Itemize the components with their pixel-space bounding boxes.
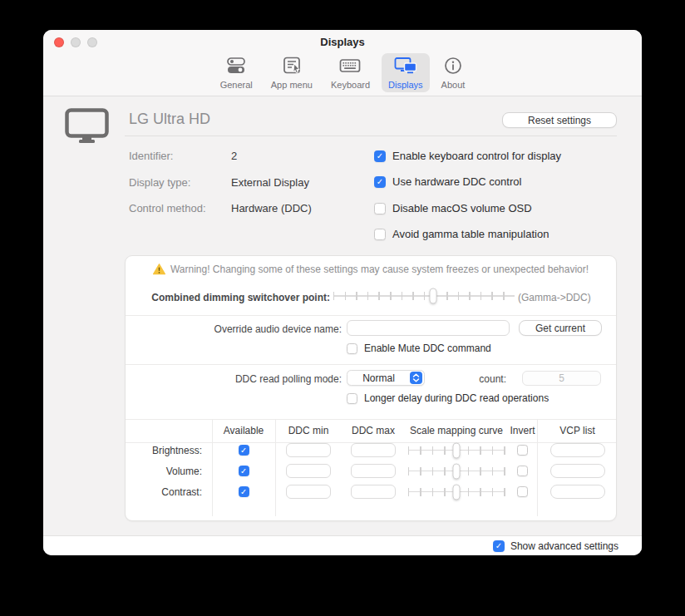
tab-app-menu-label: App menu [271,80,313,90]
slider-knob[interactable] [429,288,436,304]
display-name: LG Ultra HD [129,111,210,128]
vcp-list-cell [537,481,618,502]
audio-name-input[interactable] [347,320,510,336]
scale-curve-cell [405,481,508,502]
reset-settings-button[interactable]: Reset settings [502,112,617,128]
window-chrome: Displays General [43,30,642,96]
warning-text: Warning! Changing some of these settings… [170,264,589,275]
checkbox-label: Enable keyboard control for display [392,150,561,162]
tab-general[interactable]: General [214,53,259,92]
ddc-min-input[interactable] [286,443,331,457]
advanced-settings-panel: Warning! Changing some of these settings… [125,255,617,521]
mute-ddc-option: Enable Mute DDC command [347,342,491,354]
tab-displays-label: Displays [388,80,423,90]
vcp-list-input[interactable] [550,443,605,457]
zoom-button[interactable] [87,37,97,47]
show-advanced-option: Show advanced settings [493,540,618,552]
panel-divider [126,364,616,365]
warning-row: Warning! Changing some of these settings… [126,264,616,275]
ddc-max-input[interactable] [351,464,396,478]
toolbar: General App menu [43,53,642,92]
option-hardware-ddc: Use hardware DDC control [374,175,521,188]
slider-ticks [333,292,515,300]
polling-mode-label: DDC read polling mode: [126,373,342,385]
col-header-ddc-max: DDC max [342,419,405,442]
checkbox[interactable] [347,393,357,404]
checkbox[interactable] [347,343,357,354]
checkbox[interactable] [374,150,386,162]
col-header-scale-curve: Scale mapping curve [405,419,508,442]
info-icon [444,57,462,78]
ddc-min-input[interactable] [286,464,331,478]
checkbox[interactable] [517,486,528,497]
checkbox-label: Show advanced settings [510,540,618,552]
col-header-invert: Invert [508,419,537,442]
available-cell [212,461,275,481]
scale-curve-slider[interactable] [408,484,505,500]
option-keyboard-control: Enable keyboard control for display [374,150,561,162]
info-row-identifier: Identifier: 2 [129,150,237,162]
tab-keyboard-label: Keyboard [331,80,370,90]
count-label: count: [450,373,506,385]
table-divider [275,419,276,516]
invert-cell [508,481,537,502]
checkbox[interactable] [517,445,528,456]
tab-about[interactable]: About [435,53,472,92]
displays-preferences-window: Displays General [43,30,642,555]
col-header-vcp-list: VCP list [537,419,618,442]
checkbox[interactable] [493,540,505,552]
get-current-button[interactable]: Get current [519,320,602,336]
slider-knob[interactable] [453,442,461,458]
table-header-divider [126,442,616,443]
checkbox[interactable] [374,203,386,214]
vcp-list-input[interactable] [550,485,605,499]
tab-displays[interactable]: Displays [382,53,430,92]
checkbox-label: Use hardware DDC control [392,175,521,188]
dimming-suffix: (Gamma->DDC) [518,292,601,303]
traffic-lights [54,37,97,47]
ddc-min-input[interactable] [286,485,331,499]
invert-cell [508,461,537,481]
dropdown-stepper-icon [410,372,422,384]
close-button[interactable] [54,37,64,47]
controls-table: Available DDC min DDC max Scale mapping … [126,419,616,516]
checkbox-label: Longer delay during DDC read operations [364,392,549,404]
tab-general-label: General [220,80,253,90]
vcp-list-input[interactable] [550,464,605,478]
content-area: LG Ultra HD Reset settings Identifier: 2… [43,96,642,535]
minimize-button[interactable] [71,37,81,47]
keyboard-icon [339,57,361,78]
checkbox[interactable] [517,466,528,476]
scale-curve-slider[interactable] [408,463,505,480]
info-row-display-type: Display type: External Display [129,176,309,189]
tab-app-menu[interactable]: App menu [264,53,319,92]
ddc-max-input[interactable] [351,485,396,499]
checkbox[interactable] [374,229,386,240]
scale-curve-slider[interactable] [408,442,505,459]
ddc-max-input[interactable] [351,443,396,457]
dimming-slider[interactable] [333,288,515,304]
checkbox[interactable] [374,176,386,188]
ddc-max-cell [342,481,405,502]
count-input[interactable] [522,371,601,386]
polling-mode-dropdown[interactable]: Normal [347,370,425,386]
available-cell [212,481,275,502]
tab-keyboard[interactable]: Keyboard [324,53,377,92]
dimming-label: Combined dimming switchover point: [126,292,330,303]
panel-divider [126,315,616,316]
checkbox[interactable] [239,466,249,476]
info-label: Identifier: [129,150,231,162]
slider-knob[interactable] [453,484,461,500]
footer-bar: Show advanced settings [43,535,642,555]
checkbox[interactable] [239,445,249,456]
window-title: Displays [43,30,642,48]
info-value: External Display [231,176,309,189]
dropdown-value: Normal [347,372,410,384]
row-label-volume: Volume: [126,461,212,481]
slider-knob[interactable] [453,463,461,479]
scale-curve-cell [405,440,508,461]
info-row-control-method: Control method: Hardware (DDC) [129,202,312,214]
checkbox[interactable] [239,486,249,497]
checkbox-label: Enable Mute DDC command [364,342,491,354]
checkbox-label: Avoid gamma table manipulation [392,228,549,240]
